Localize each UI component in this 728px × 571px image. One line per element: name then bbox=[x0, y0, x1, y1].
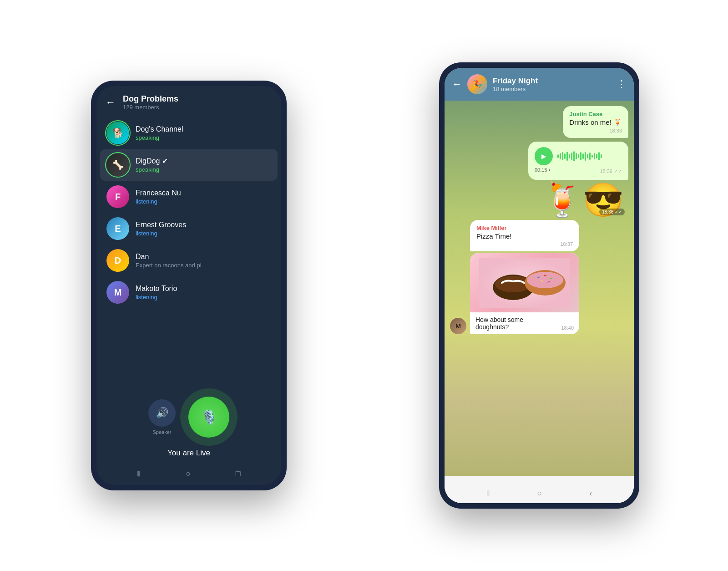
wave-bar bbox=[585, 152, 586, 161]
sticker-message: 🍹😎 18:36 ✓✓ bbox=[542, 184, 624, 216]
voice-duration: 00:15 • bbox=[535, 167, 550, 174]
avatar: 🐕 bbox=[106, 122, 129, 144]
participant-name: DigDog ✔ bbox=[136, 157, 168, 165]
chat-back-arrow-icon[interactable]: ← bbox=[452, 78, 462, 90]
group-title: Dog Problems 129 members bbox=[123, 94, 272, 111]
front-nav-recents: ⦀ bbox=[486, 489, 490, 498]
wave-bar bbox=[587, 154, 588, 158]
participant-status: listening bbox=[136, 230, 186, 237]
participant-name: Francesca Nu bbox=[136, 189, 181, 197]
group-members: 129 members bbox=[123, 104, 272, 111]
voice-bubble: ▶ bbox=[528, 142, 628, 180]
wave-bar bbox=[564, 153, 566, 159]
participant-status: listening bbox=[136, 198, 181, 205]
list-item[interactable]: E Ernest Grooves listening bbox=[100, 213, 278, 245]
wave-bar bbox=[562, 152, 563, 160]
participant-info: Ernest Grooves listening bbox=[136, 221, 186, 237]
wave-bar bbox=[594, 153, 595, 159]
play-button[interactable]: ▶ bbox=[535, 147, 553, 165]
wave-bar bbox=[601, 154, 602, 158]
participant-status: speaking bbox=[136, 166, 168, 173]
wave-bar bbox=[571, 153, 572, 160]
participant-name: Makoto Torio bbox=[136, 285, 177, 293]
voice-controls: 🔊 Speaker 🎙️ You are Live bbox=[96, 397, 281, 458]
list-item[interactable]: D Dan Expert on racoons and pi bbox=[100, 245, 278, 276]
participant-status: Expert on racoons and pi bbox=[136, 262, 202, 269]
wave-bar bbox=[569, 154, 570, 158]
wave-bar bbox=[598, 152, 600, 160]
avatar: F bbox=[106, 185, 129, 208]
wave-bar bbox=[566, 152, 568, 161]
participant-info: Dan Expert on racoons and pi bbox=[136, 253, 202, 269]
back-phone-screen: ← Dog Problems 129 members 🐕 Dog's Chann… bbox=[96, 86, 281, 485]
participant-status: speaking bbox=[136, 134, 183, 141]
front-nav-bar: ⦀ ○ ‹ bbox=[445, 483, 634, 503]
wave-bar bbox=[578, 154, 579, 158]
wave-bar bbox=[573, 151, 575, 161]
nav-recents-icon: ⦀ bbox=[137, 469, 141, 479]
msg-outgoing-drinks: Justin Case Drinks on me! 🍹 18:33 bbox=[563, 106, 628, 138]
speaker-button[interactable]: 🔊 bbox=[148, 399, 176, 427]
avatar: E bbox=[106, 217, 129, 240]
back-arrow-icon[interactable]: ← bbox=[106, 97, 116, 108]
wave-bar bbox=[582, 153, 584, 159]
sender-avatar: M bbox=[450, 318, 466, 334]
avatar: 🦴 bbox=[106, 153, 129, 176]
participant-info: Francesca Nu listening bbox=[136, 189, 181, 205]
avatar: D bbox=[106, 249, 129, 272]
chat-body: Justin Case Drinks on me! 🍹 18:33 ▶ bbox=[445, 101, 634, 477]
participant-status: listening bbox=[136, 294, 177, 301]
speaker-label: Speaker bbox=[153, 429, 172, 435]
group-name: Dog Problems bbox=[123, 94, 272, 104]
list-item[interactable]: 🐕 Dog's Channel speaking bbox=[100, 117, 278, 149]
donut-text: How about some doughnuts? bbox=[475, 316, 557, 331]
msg-time: 18:37 bbox=[476, 241, 573, 247]
front-nav-home: ○ bbox=[537, 489, 542, 498]
front-phone-screen: ← 🎉 Friday Night 18 members ⋮ Justin Cas… bbox=[445, 68, 634, 503]
wave-bar bbox=[589, 153, 591, 160]
wave-bar bbox=[557, 154, 559, 158]
back-phone: ← Dog Problems 129 members 🐕 Dog's Chann… bbox=[91, 81, 287, 490]
participant-info: Makoto Torio listening bbox=[136, 285, 177, 301]
msg-voice: ▶ bbox=[528, 142, 628, 180]
participant-name: Dog's Channel bbox=[136, 125, 183, 133]
wave-bar bbox=[596, 154, 597, 158]
controls-row: 🔊 Speaker 🎙️ bbox=[148, 397, 229, 438]
list-item[interactable]: M Makoto Torio listening bbox=[100, 276, 278, 308]
scene: ← Dog Problems 129 members 🐕 Dog's Chann… bbox=[0, 0, 728, 571]
msg-text: Drinks on me! 🍹 bbox=[569, 118, 622, 127]
chat-header-info: Friday Night 18 members bbox=[493, 76, 611, 92]
participant-info: Dog's Channel speaking bbox=[136, 125, 183, 141]
voice-row: ▶ bbox=[535, 147, 622, 165]
back-phone-header: ← Dog Problems 129 members bbox=[96, 86, 281, 117]
donut-image-bubble: How about some doughnuts? 18:40 bbox=[470, 253, 579, 334]
waveform bbox=[557, 151, 622, 162]
chat-members: 18 members bbox=[493, 86, 611, 92]
participant-name: Ernest Grooves bbox=[136, 221, 186, 229]
donut-caption: How about some doughnuts? 18:40 bbox=[470, 312, 579, 334]
msg-time: 18:33 bbox=[569, 128, 622, 133]
wave-bar bbox=[576, 153, 577, 159]
wave-bar bbox=[580, 152, 581, 160]
msg-sender: Mike Miller bbox=[476, 224, 573, 231]
nav-home-icon: ○ bbox=[186, 469, 191, 479]
list-item[interactable]: 🦴 DigDog ✔ speaking bbox=[100, 149, 278, 181]
sticker-time: 18:36 ✓✓ bbox=[599, 209, 625, 215]
list-item[interactable]: F Francesca Nu listening bbox=[100, 181, 278, 213]
chat-more-icon[interactable]: ⋮ bbox=[617, 78, 627, 90]
incoming-messages: Mike Miller Pizza Time! 18:37 bbox=[470, 220, 579, 334]
mic-icon: 🎙️ bbox=[201, 409, 217, 425]
msg-sender: Justin Case bbox=[569, 111, 622, 117]
participant-info: DigDog ✔ speaking bbox=[136, 157, 168, 173]
participant-name: Dan bbox=[136, 253, 202, 261]
wave-bar bbox=[592, 155, 593, 158]
back-phone-nav: ⦀ ○ □ bbox=[96, 469, 281, 479]
live-status: You are Live bbox=[167, 449, 210, 458]
wave-bar bbox=[560, 153, 561, 159]
donut-svg bbox=[479, 258, 570, 308]
chat-group-avatar: 🎉 bbox=[467, 74, 487, 94]
chat-name: Friday Night bbox=[493, 76, 611, 86]
avatar: M bbox=[106, 281, 129, 304]
mic-button[interactable]: 🎙️ bbox=[188, 397, 229, 438]
svg-point-6 bbox=[527, 272, 563, 288]
